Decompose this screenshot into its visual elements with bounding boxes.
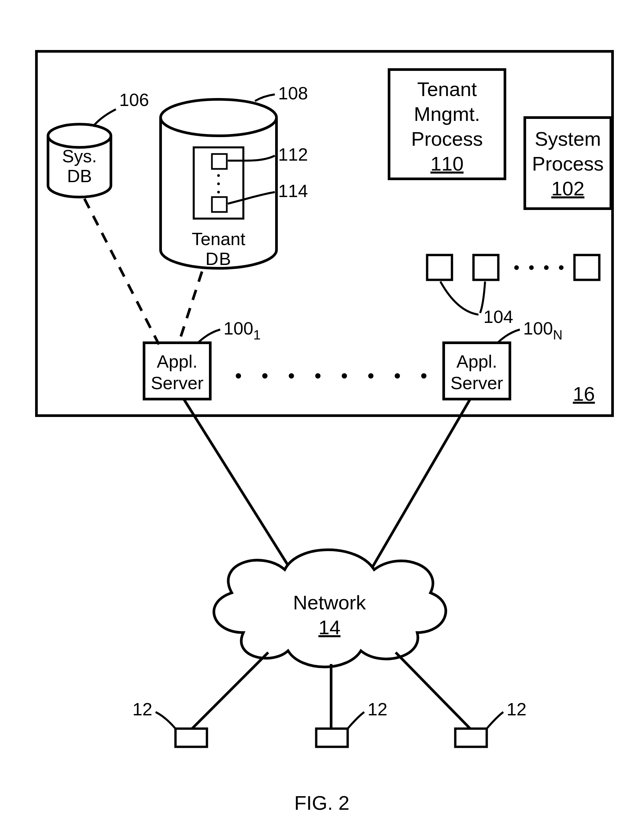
network-label: Network <box>293 591 366 614</box>
sys-db: Sys. DB <box>48 124 111 197</box>
network-to-client-3 <box>396 653 470 729</box>
svg-point-21 <box>342 373 347 379</box>
tenant-db-label-1: Tenant <box>192 229 245 249</box>
app-server-n-ref: 100N <box>523 318 563 342</box>
app-server-n-line-1: Appl. <box>456 352 497 371</box>
tenant-mgmt-line-3: Process <box>411 128 483 150</box>
svg-point-14 <box>559 265 564 270</box>
tenant-db-label-2: DB <box>205 249 232 269</box>
system-ref: 16 <box>573 383 595 405</box>
app-server-n-leader <box>498 330 520 342</box>
app-server-1-line-1: Appl. <box>156 352 197 371</box>
app-server-1-leader <box>199 330 220 342</box>
network-cloud: Network 14 <box>214 550 446 667</box>
app-server-n-line-2: Server <box>450 373 503 393</box>
client-1-leader <box>156 712 175 729</box>
tenant-box1-ref: 112 <box>278 144 308 164</box>
appservern-to-network <box>364 399 470 581</box>
svg-point-23 <box>395 373 400 379</box>
svg-point-12 <box>529 265 534 270</box>
system-process-line-2: Process <box>532 153 604 175</box>
svg-rect-8 <box>427 255 452 280</box>
tenant-mgmt-process: Tenant Mngmt. Process 110 <box>389 69 505 179</box>
diagram-svg: 16 Sys. DB 106 Tenant DB 108 112 114 Ten… <box>0 0 644 823</box>
network-ref: 14 <box>319 616 341 639</box>
client-2-leader <box>348 712 364 729</box>
client-1 <box>175 729 207 747</box>
tenant-mgmt-line-2: Mngmt. <box>414 103 480 125</box>
system-process-ref: 102 <box>551 178 584 200</box>
svg-point-22 <box>368 373 374 379</box>
svg-point-0 <box>48 124 111 147</box>
tenant-inner-box-2 <box>212 197 227 212</box>
box-group-ref: 104 <box>483 307 513 327</box>
client-2 <box>316 729 348 747</box>
sys-db-leader <box>94 109 116 125</box>
app-server-1-line-2: Server <box>151 373 203 393</box>
tenant-box2-ref: 114 <box>278 181 308 201</box>
svg-point-19 <box>289 373 294 379</box>
svg-point-20 <box>315 373 320 379</box>
client-1-ref: 12 <box>132 699 152 719</box>
svg-point-13 <box>544 265 549 270</box>
tenant-inner-box-1 <box>212 154 227 169</box>
network-to-client-1 <box>192 653 268 729</box>
figure-caption: FIG. 2 <box>294 792 350 814</box>
box-group-104: 104 <box>427 255 599 327</box>
svg-point-17 <box>236 373 241 379</box>
tenant-db: Tenant DB <box>161 99 276 269</box>
tenant-mgmt-line-1: Tenant <box>417 78 477 100</box>
sysdb-to-appserver <box>84 199 159 344</box>
app-server-1-ref: 1001 <box>224 318 261 342</box>
tenant-db-ref: 108 <box>278 83 308 103</box>
tenant-mgmt-ref: 110 <box>431 153 463 175</box>
sys-db-label-2: DB <box>67 166 92 186</box>
appserver1-to-network <box>184 399 298 581</box>
svg-point-4 <box>217 183 220 185</box>
svg-rect-9 <box>474 255 498 280</box>
tenant-db-leader <box>255 94 275 101</box>
client-2-ref: 12 <box>368 699 387 719</box>
system-process-line-1: System <box>535 128 601 150</box>
svg-point-5 <box>217 191 220 193</box>
sys-db-label-1: Sys. <box>62 146 97 166</box>
sys-db-ref: 106 <box>119 90 149 110</box>
svg-point-1 <box>161 99 276 136</box>
client-3 <box>455 729 487 747</box>
client-3-ref: 12 <box>507 699 526 719</box>
client-3-leader <box>487 712 503 729</box>
app-server-1: Appl. Server <box>144 343 210 399</box>
svg-rect-10 <box>575 255 599 280</box>
svg-point-18 <box>262 373 268 379</box>
app-server-n: Appl. Server <box>444 343 510 399</box>
app-server-ellipsis <box>236 373 426 379</box>
svg-point-11 <box>514 265 519 270</box>
system-process: System Process 102 <box>525 118 611 209</box>
svg-point-24 <box>421 373 426 379</box>
svg-point-3 <box>217 174 220 177</box>
tenantdb-to-appserver <box>179 272 202 343</box>
